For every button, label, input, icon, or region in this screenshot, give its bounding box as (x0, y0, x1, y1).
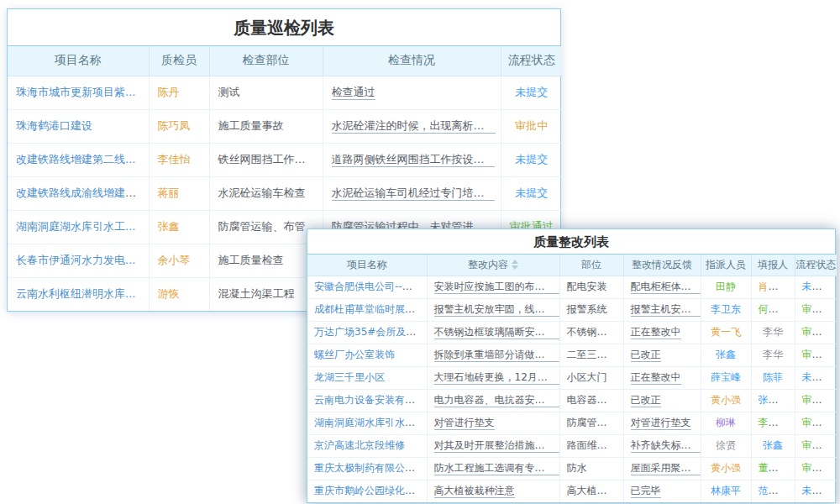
project-cell: 珠海鹤港口建设 (8, 109, 149, 143)
part-text: 二至三楼混... (567, 349, 624, 360)
project-link[interactable]: 安徽合肥供电公司--配电设备... (314, 281, 427, 292)
project-cell: 安徽合肥供电公司--配电设备... (307, 276, 427, 298)
reporter-cell: 李华 (751, 321, 795, 344)
part-cell: 路面维修检... (559, 434, 623, 457)
part-text: 高大植被栽种 (567, 485, 624, 496)
project-link[interactable]: 改建铁路线增建第二线... (16, 153, 135, 165)
project-cell: 改建铁路线成渝线增建第... (8, 176, 149, 210)
status-text: 未提交 (515, 86, 548, 98)
feedback-cell: 报警主机安放... (623, 298, 701, 321)
feedback-cell: 已改正 (623, 389, 701, 412)
project-link[interactable]: 京沪高速北京段维修 (314, 439, 405, 451)
inspector-text: 游恢 (158, 287, 180, 300)
project-link[interactable]: 改建铁路线成渝线增建第... (16, 186, 146, 199)
status-cell: 未提交 (795, 276, 837, 298)
status-cell: 未提交 (501, 176, 562, 210)
project-link[interactable]: 云南水利枢纽潜明水库... (16, 287, 135, 300)
project-link[interactable]: 珠海鹤港口建设 (16, 119, 92, 132)
table-row: 重庆太极制药有限公司亳州中...防水工程施工选调有专业资质...防水屋面采用聚氨… (307, 457, 837, 480)
content-text: 防水工程施工选调有专业资质... (434, 462, 560, 475)
status-cell: 未提交 (501, 76, 562, 109)
project-link[interactable]: 成都杜甫草堂临时展厅独立展... (314, 303, 427, 315)
column-header-assignee: 指派人员 (701, 255, 751, 276)
project-cell: 云南水利枢纽潜明水库... (8, 277, 149, 311)
page: 质量巡检列表 项目名称质检员检查部位检查情况流程状态 珠海市城市更新项目紫...… (0, 0, 840, 504)
feedback-cell: 补齐缺失标志... (623, 434, 701, 457)
reporter-cell: 董清平 (751, 457, 795, 480)
sort-icon[interactable] (512, 260, 518, 270)
table-row: 万达广场35#会所及咖啡厅空...不锈钢边框玻璃隔断安装不平...不锈钢安装..… (307, 321, 837, 344)
content-text: 拆除到承重墙部分请做好加固... (434, 349, 560, 362)
project-link[interactable]: 湖南洞庭湖水库引水工程施工标 (314, 417, 427, 428)
part-cell: 防腐管运输... (559, 412, 623, 434)
project-link[interactable]: 龙湖三千里小区 (314, 371, 385, 383)
reporter-text: 何芷妍 (759, 303, 789, 315)
assignee-text: 黄小强 (711, 462, 741, 474)
project-cell: 万达广场35#会所及咖啡厅空... (307, 321, 427, 344)
column-header-label: 检查部位 (243, 53, 290, 66)
part-cell: 高大植被栽种 (559, 480, 623, 502)
column-header-situation: 检查情况 (323, 46, 501, 76)
table-row: 安徽合肥供电公司--配电设备...安装时应按施工图的布置，将...配电安装配电柜… (307, 276, 837, 298)
project-cell: 重庆市鹅岭公园绿化景观提升... (307, 480, 427, 502)
inspector-text: 李佳怡 (158, 153, 191, 165)
status-cell: 审批通过 (795, 389, 837, 412)
assignee-text: 黄一飞 (711, 326, 741, 338)
reporter-cell: 张鑫 (751, 434, 795, 457)
column-header-content[interactable]: 整改内容 (427, 255, 559, 276)
status-cell: 审批通过 (795, 412, 837, 434)
project-cell: 京沪高速北京段维修 (307, 434, 427, 457)
project-link[interactable]: 重庆市鹅岭公园绿化景观提升... (314, 485, 427, 496)
column-header-label: 项目名称 (55, 53, 102, 66)
project-link[interactable]: 珠海市城市更新项目紫... (16, 86, 135, 98)
assignee-text: 张鑫 (716, 349, 736, 360)
status-cell: 审批通过 (795, 434, 837, 457)
project-link[interactable]: 重庆太极制药有限公司亳州中... (314, 462, 427, 474)
content-text: 高大植被栽种注意 (434, 485, 515, 498)
project-cell: 成都杜甫草堂临时展厅独立展... (307, 298, 427, 321)
table-row: 湖南洞庭湖水库引水工程施工标对管进行垫支防腐管运输...对管进行垫支柳琳李若若审… (307, 412, 837, 434)
column-header-part: 部位 (559, 255, 623, 276)
table-row: 成都杜甫草堂临时展厅独立展...报警主机安放牢固，线缆连接...报警系统报警主机… (307, 298, 837, 321)
inspector-cell: 陈丹 (149, 76, 209, 109)
content-text: 不锈钢边框玻璃隔断安装不平... (434, 326, 560, 339)
status-text: 审批通过 (802, 439, 837, 451)
project-link[interactable]: 湖南洞庭湖水库引水工... (16, 220, 135, 233)
header-row: 项目名称整改内容部位整改情况反馈指派人员填报人流程状态 (307, 255, 837, 276)
project-cell: 改建铁路线增建第二线... (8, 143, 149, 176)
project-cell: 长春市伊通河水力发电... (8, 244, 149, 277)
content-cell: 对管进行垫支 (427, 412, 559, 434)
feedback-text: 已改正 (631, 349, 661, 362)
part-text: 报警系统 (567, 303, 607, 315)
rectification-table-header: 项目名称整改内容部位整改情况反馈指派人员填报人流程状态 (307, 255, 837, 276)
reporter-text: 张小东 (759, 394, 789, 406)
reporter-cell: 李华 (751, 344, 795, 366)
status-text: 审批通过 (802, 349, 837, 360)
project-cell: 龙湖三千里小区 (307, 366, 427, 389)
situation-cell: 检查通过 (323, 76, 501, 109)
part-text: 小区大门 (567, 371, 607, 383)
part-text: 施工质量事故 (218, 119, 284, 132)
column-header-label: 指派人员 (706, 259, 746, 270)
feedback-text: 正在整改中 (631, 326, 681, 339)
column-header-part: 检查部位 (209, 46, 323, 76)
feedback-text: 已改正 (631, 394, 661, 407)
reporter-text: 李若若 (759, 417, 789, 428)
inspector-cell: 张鑫 (149, 210, 209, 244)
project-link[interactable]: 云南电力设备安装有限公司20... (314, 394, 427, 406)
assignee-text: 薛宝峰 (711, 371, 741, 383)
inspector-text: 陈巧凤 (158, 119, 191, 132)
project-link[interactable]: 螺丝厂办公室装饰 (314, 349, 395, 360)
status-text: 未提交 (515, 153, 548, 165)
feedback-text: 配电柜柜体与... (631, 281, 701, 294)
project-link[interactable]: 万达广场35#会所及咖啡厅空... (314, 326, 427, 338)
column-header-label: 填报人 (758, 259, 788, 270)
project-link[interactable]: 长春市伊通河水力发电... (16, 254, 135, 266)
part-cell: 不锈钢安装... (559, 321, 623, 344)
feedback-text: 补齐缺失标志... (631, 439, 701, 453)
feedback-text: 屋面采用聚氨... (631, 462, 701, 475)
project-cell: 重庆太极制药有限公司亳州中... (307, 457, 427, 480)
situation-text: 道路两侧铁丝网围挡工作按设计... (332, 153, 495, 167)
status-text: 审批通过 (802, 462, 837, 474)
content-text: 大理石地砖更换，12月31日之... (434, 371, 560, 385)
